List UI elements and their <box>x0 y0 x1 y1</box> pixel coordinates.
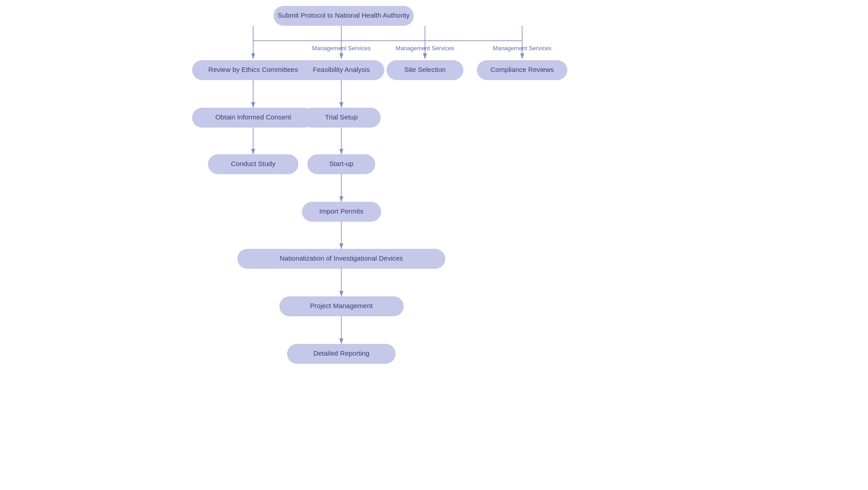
node-national-label: Nationalization of Investigational Devic… <box>280 254 403 262</box>
node-import-label: Import Permits <box>319 207 363 215</box>
node-compliance-label: Compliance Reviews <box>491 66 554 73</box>
node-informed-label: Obtain Informed Consent <box>215 113 291 121</box>
node-conduct-label: Conduct Study <box>231 160 276 167</box>
node-trial-label: Trial Setup <box>325 113 358 121</box>
node-site-label: Site Selection <box>404 66 446 73</box>
node-feasibility-label: Feasibility Analysis <box>313 66 370 73</box>
node-ethics-label: Review by Ethics Committees <box>208 66 298 73</box>
node-root-label: Submit Protocol to National Health Autho… <box>278 11 410 19</box>
label-mgmt2: Management Services <box>396 45 454 52</box>
label-mgmt3: Management Services <box>493 45 552 52</box>
label-mgmt1: Management Services <box>312 45 371 52</box>
node-startup-label: Start-up <box>329 160 353 167</box>
node-project-label: Project Management <box>310 302 373 309</box>
node-detailed-label: Detailed Reporting <box>313 349 369 357</box>
diagram-container: Submit Protocol to National Health Autho… <box>0 0 868 490</box>
